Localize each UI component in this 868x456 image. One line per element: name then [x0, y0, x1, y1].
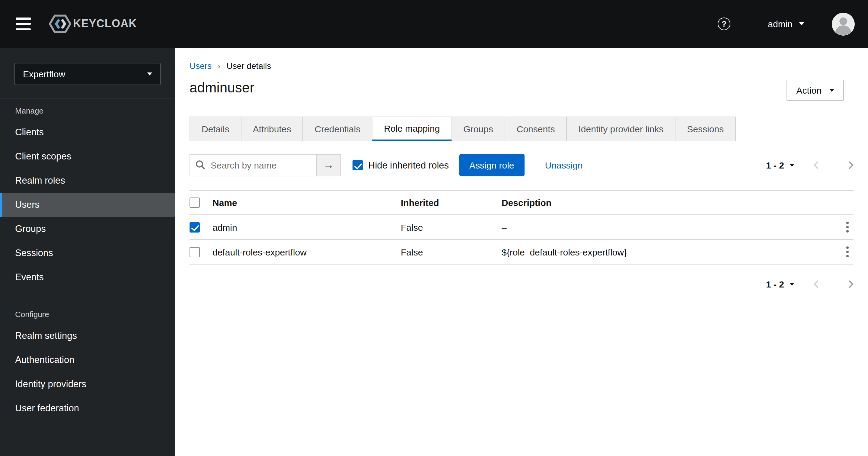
username-label: admin [768, 19, 793, 29]
table-header-row: Name Inherited Description [189, 190, 854, 215]
chevron-left-icon [814, 280, 821, 288]
table-row: default-roles-expertflow False ${role_de… [189, 240, 854, 264]
chevron-down-icon [829, 89, 834, 92]
tab-sessions[interactable]: Sessions [675, 117, 736, 141]
topbar-right: ? admin [718, 12, 855, 35]
column-header-description: Description [502, 198, 835, 208]
pagination-prev-button[interactable] [814, 280, 822, 288]
action-menu-button[interactable]: Action [787, 80, 844, 101]
tab-details[interactable]: Details [189, 117, 242, 141]
breadcrumb-link-users[interactable]: Users [189, 61, 212, 71]
sidebar-item-authentication[interactable]: Authentication [0, 348, 175, 372]
chevron-right-icon [846, 280, 853, 288]
chevron-down-icon [147, 73, 152, 76]
sidebar-item-identity-providers[interactable]: Identity providers [0, 372, 175, 396]
tab-bar: Details Attributes Credentials Role mapp… [189, 117, 854, 141]
user-menu[interactable]: admin [768, 19, 804, 29]
chevron-right-icon [846, 161, 853, 169]
pagination-range-label: 1 - 2 [766, 279, 784, 289]
main-content: Users › User details adminuser Action De… [175, 48, 868, 456]
page-title: adminuser [189, 80, 254, 96]
tab-consents[interactable]: Consents [505, 117, 567, 141]
tab-credentials[interactable]: Credentials [302, 117, 372, 141]
sidebar: Expertflow Manage Clients Client scopes … [0, 48, 175, 456]
realm-selector[interactable]: Expertflow [14, 63, 161, 85]
sidebar-item-clients[interactable]: Clients [0, 120, 175, 144]
top-bar: KEYCLOAK ? admin [0, 0, 868, 48]
help-icon[interactable]: ? [718, 18, 731, 30]
action-menu-label: Action [797, 85, 822, 95]
kebab-menu-button[interactable] [844, 244, 851, 260]
hide-inherited-checkbox[interactable] [352, 160, 363, 170]
table-row: admin False – [189, 215, 854, 240]
app-window: KEYCLOAK ? admin Expertflow [0, 0, 868, 456]
role-name-cell: default-roles-expertflow [213, 247, 401, 257]
user-avatar-icon [832, 12, 855, 35]
row-checkbox[interactable] [189, 247, 200, 257]
breadcrumb-separator-icon: › [218, 61, 220, 71]
tab-role-mapping[interactable]: Role mapping [372, 117, 452, 141]
search-submit-button[interactable]: → [317, 154, 341, 176]
nav-section-title: Configure [0, 310, 175, 319]
assign-role-button[interactable]: Assign role [459, 154, 524, 176]
description-cell: ${role_default-roles-expertflow} [502, 247, 835, 257]
role-mapping-toolbar: → Hide inherited roles Assign role Unass… [189, 154, 854, 176]
pagination-menu-toggle[interactable]: 1 - 2 [766, 279, 794, 289]
pagination-prev-button[interactable] [814, 161, 822, 169]
chevron-left-icon [814, 161, 821, 169]
realm-selector-label: Expertflow [23, 69, 65, 79]
sidebar-item-user-federation[interactable]: User federation [0, 396, 175, 420]
search-icon [195, 160, 205, 170]
hide-inherited-group: Hide inherited roles [352, 160, 449, 171]
tab-identity-provider-links[interactable]: Identity provider links [566, 117, 676, 141]
sidebar-item-client-scopes[interactable]: Client scopes [0, 144, 175, 169]
sidebar-nav: Manage Clients Client scopes Realm roles… [0, 98, 175, 420]
role-name-cell: admin [213, 222, 401, 232]
pagination-top: 1 - 2 [766, 160, 854, 170]
tab-attributes[interactable]: Attributes [241, 117, 303, 141]
pagination-bottom-wrap: 1 - 2 [189, 279, 854, 289]
chevron-down-icon [799, 22, 804, 25]
pagination-menu-toggle[interactable]: 1 - 2 [766, 160, 794, 170]
nav-section-configure: Configure Realm settings Authentication … [0, 310, 175, 420]
sidebar-item-users[interactable]: Users [0, 193, 175, 217]
pagination-range-label: 1 - 2 [766, 160, 784, 170]
brand: KEYCLOAK [49, 14, 137, 34]
breadcrumb: Users › User details [189, 61, 854, 71]
search-input[interactable] [189, 154, 317, 176]
hamburger-menu-button[interactable] [16, 18, 31, 30]
pagination-next-button[interactable] [846, 161, 854, 169]
sidebar-item-realm-roles[interactable]: Realm roles [0, 169, 175, 193]
breadcrumb-current: User details [226, 61, 271, 71]
avatar[interactable] [832, 12, 855, 35]
row-checkbox[interactable] [189, 222, 200, 232]
tab-groups[interactable]: Groups [451, 117, 505, 141]
search-group: → [189, 154, 341, 176]
pagination-nav [814, 280, 854, 288]
select-all-checkbox[interactable] [189, 198, 200, 208]
pagination-nav [814, 161, 854, 169]
description-cell: – [502, 222, 835, 232]
pagination-bottom: 1 - 2 [766, 279, 854, 289]
hide-inherited-label: Hide inherited roles [368, 160, 449, 171]
roles-table: Name Inherited Description admin False – [189, 190, 854, 264]
help-glyph: ? [722, 19, 726, 28]
brand-wordmark: KEYCLOAK [73, 18, 137, 30]
column-header-name: Name [213, 198, 401, 208]
keycloak-logo-icon [49, 14, 71, 34]
sidebar-item-realm-settings[interactable]: Realm settings [0, 324, 175, 348]
chevron-down-icon [789, 283, 794, 286]
nav-section-title: Manage [0, 106, 175, 115]
kebab-menu-button[interactable] [844, 219, 851, 235]
pagination-next-button[interactable] [846, 280, 854, 288]
inherited-cell: False [401, 247, 502, 257]
page-header: adminuser Action [189, 80, 854, 101]
sidebar-item-groups[interactable]: Groups [0, 217, 175, 241]
nav-section-manage: Manage Clients Client scopes Realm roles… [0, 98, 175, 289]
chevron-down-icon [789, 164, 794, 167]
inherited-cell: False [401, 222, 502, 232]
sidebar-item-sessions[interactable]: Sessions [0, 241, 175, 265]
unassign-link[interactable]: Unassign [545, 160, 583, 170]
column-header-inherited: Inherited [401, 198, 502, 208]
sidebar-item-events[interactable]: Events [0, 265, 175, 289]
